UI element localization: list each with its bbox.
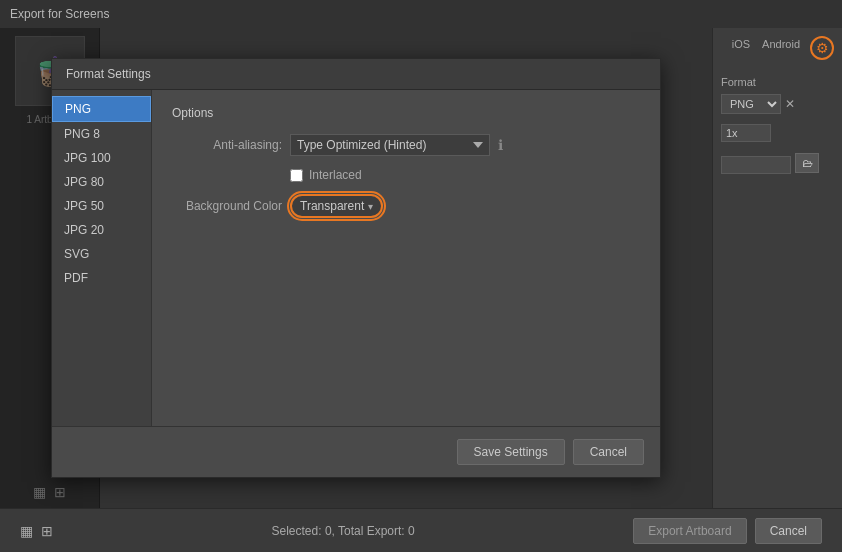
format-item-png8[interactable]: PNG 8	[52, 122, 151, 146]
format-item-jpg50[interactable]: JPG 50	[52, 194, 151, 218]
tab-ios[interactable]: iOS	[728, 36, 754, 60]
anti-alias-row: Anti-aliasing: None Art Optimized (Super…	[172, 134, 640, 156]
folder-icon: 🗁	[802, 157, 813, 169]
format-label: Format	[721, 76, 834, 88]
bottom-list-icon[interactable]: ⊞	[41, 523, 53, 539]
bg-color-row: Background Color Transparent ▾	[172, 194, 640, 218]
folder-button[interactable]: 🗁	[795, 153, 819, 173]
dialog-body: PNG PNG 8 JPG 100 JPG 80 JPG 50 JPG 20 S…	[52, 90, 660, 426]
title-bar: Export for Screens	[0, 0, 842, 28]
bg-color-wrapper: Transparent ▾	[290, 194, 383, 218]
format-close-icon[interactable]: ✕	[785, 97, 795, 111]
save-settings-button[interactable]: Save Settings	[457, 439, 565, 465]
export-artboard-button[interactable]: Export Artboard	[633, 518, 746, 544]
suffix-input[interactable]	[721, 156, 791, 174]
right-panel-tabs: iOS Android ⚙	[721, 36, 834, 64]
options-title: Options	[172, 106, 640, 120]
status-text: Selected: 0, Total Export: 0	[272, 524, 415, 538]
format-item-svg[interactable]: SVG	[52, 242, 151, 266]
cancel-button[interactable]: Cancel	[573, 439, 644, 465]
info-icon[interactable]: ℹ	[498, 137, 503, 153]
format-item-png[interactable]: PNG	[52, 96, 151, 122]
format-item-jpg80[interactable]: JPG 80	[52, 170, 151, 194]
interlaced-label: Interlaced	[309, 168, 362, 182]
format-select[interactable]: PNG JPG SVG	[721, 94, 781, 114]
format-item-jpg100[interactable]: JPG 100	[52, 146, 151, 170]
bg-color-label: Background Color	[172, 199, 282, 213]
dialog-title: Format Settings	[52, 59, 660, 90]
gear-button[interactable]: ⚙	[810, 36, 834, 60]
options-panel: Options Anti-aliasing: None Art Optimize…	[152, 90, 660, 426]
scale-input[interactable]	[721, 124, 771, 142]
format-item-jpg20[interactable]: JPG 20	[52, 218, 151, 242]
bg-color-value: Transparent	[300, 199, 364, 213]
bg-color-caret-icon: ▾	[368, 201, 373, 212]
bg-color-button[interactable]: Transparent ▾	[290, 194, 383, 218]
right-panel: iOS Android ⚙ Format PNG JPG SVG ✕ 🗁	[712, 28, 842, 508]
modal-overlay: Format Settings PNG PNG 8 JPG 100 JPG 80…	[0, 28, 712, 508]
app-title: Export for Screens	[10, 7, 109, 21]
anti-alias-label: Anti-aliasing:	[172, 138, 282, 152]
bottom-bar-right: Export Artboard Cancel	[633, 518, 822, 544]
format-item-pdf[interactable]: PDF	[52, 266, 151, 290]
format-settings-dialog: Format Settings PNG PNG 8 JPG 100 JPG 80…	[51, 58, 661, 478]
interlaced-checkbox[interactable]	[290, 169, 303, 182]
bottom-cancel-button[interactable]: Cancel	[755, 518, 822, 544]
format-list: PNG PNG 8 JPG 100 JPG 80 JPG 50 JPG 20 S…	[52, 90, 152, 426]
dialog-footer: Save Settings Cancel	[52, 426, 660, 477]
bottom-grid-icon[interactable]: ▦	[20, 523, 33, 539]
app-background: Export for Screens 🧋 1 Artboard ▦ ⊞ iOS …	[0, 0, 842, 552]
tab-android[interactable]: Android	[758, 36, 804, 60]
bottom-bar-left: ▦ ⊞	[20, 523, 53, 539]
bottom-bar: ▦ ⊞ Selected: 0, Total Export: 0 Export …	[0, 508, 842, 552]
format-row: PNG JPG SVG ✕	[721, 94, 834, 114]
interlaced-row: Interlaced	[290, 168, 640, 182]
anti-alias-select[interactable]: None Art Optimized (Supersampling) Type …	[290, 134, 490, 156]
